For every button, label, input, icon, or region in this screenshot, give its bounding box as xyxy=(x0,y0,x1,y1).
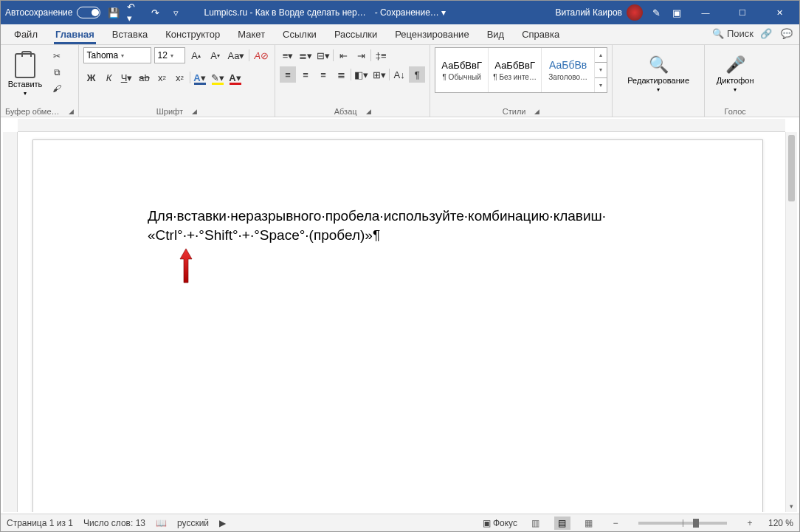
clipboard-group-label: Буфер обме… xyxy=(5,107,60,116)
redo-icon[interactable]: ↷ xyxy=(148,5,162,20)
grow-font-button[interactable]: A▴ xyxy=(188,47,204,63)
para-dialog-icon[interactable]: ◢ xyxy=(366,108,371,115)
user-account[interactable]: Виталий Каиров xyxy=(555,4,643,21)
document-text[interactable]: Для·вставки·неразрывного·пробела·использ… xyxy=(148,207,649,245)
style-normal[interactable]: АаБбВвГ¶ Обычный xyxy=(435,48,489,92)
autosave-label: Автосохранение xyxy=(5,7,72,18)
align-left-button[interactable]: ≡ xyxy=(280,66,296,83)
tab-layout[interactable]: Макет xyxy=(229,26,274,44)
tab-file[interactable]: Файл xyxy=(5,26,46,44)
print-layout-button[interactable]: ▤ xyxy=(554,517,570,530)
zoom-out-button[interactable]: − xyxy=(607,517,624,530)
tab-review[interactable]: Рецензирование xyxy=(386,26,477,44)
undo-icon[interactable]: ↶ ▾ xyxy=(127,5,142,20)
web-layout-button[interactable]: ▦ xyxy=(581,517,597,530)
tab-references[interactable]: Ссылки xyxy=(274,26,325,44)
group-voice: 🎤 Диктофон ▾ Голос xyxy=(705,45,765,117)
scroll-down-icon[interactable]: ▾ xyxy=(786,500,797,512)
paste-label: Вставить xyxy=(8,80,43,89)
tab-view[interactable]: Вид xyxy=(478,26,514,44)
font-name-combo[interactable]: Tahoma▾ xyxy=(83,47,151,63)
focus-mode[interactable]: ▣ Фокус xyxy=(483,518,517,528)
language-indicator[interactable]: русский xyxy=(177,518,209,528)
font-dialog-icon[interactable]: ◢ xyxy=(192,108,197,115)
qat-more-icon[interactable]: ▿ xyxy=(168,5,183,20)
vertical-scrollbar[interactable]: ▴ ▾ xyxy=(785,132,797,512)
text-line-1: Для·вставки·неразрывного·пробела·использ… xyxy=(148,208,606,224)
justify-button[interactable]: ≣ xyxy=(333,66,349,83)
tab-mailings[interactable]: Рассылки xyxy=(325,26,386,44)
multilevel-button[interactable]: ⊟▾ xyxy=(315,47,331,63)
tab-insert[interactable]: Вставка xyxy=(103,26,156,44)
group-paragraph: ≡▾ ≣▾ ⊟▾ ⇤ ⇥ ‡≡ ≡ ≡ ≡ ≣ ◧▾ ⊞▾ A↓ ¶ xyxy=(275,45,430,117)
shading-button[interactable]: ◧▾ xyxy=(353,66,370,83)
styles-dialog-icon[interactable]: ◢ xyxy=(534,108,539,115)
format-painter-button[interactable]: 🖌 xyxy=(49,81,64,96)
save-icon[interactable]: 💾 xyxy=(106,5,121,20)
superscript-button[interactable]: x2 xyxy=(172,69,188,86)
subscript-button[interactable]: x2 xyxy=(154,69,170,86)
tab-help[interactable]: Справка xyxy=(513,26,568,44)
line-spacing-button[interactable]: ‡≡ xyxy=(373,47,389,63)
editing-button[interactable]: 🔍 Редактирование ▾ xyxy=(617,47,700,100)
decrease-indent-button[interactable]: ⇤ xyxy=(335,47,351,63)
share-button[interactable]: 🔗 xyxy=(758,25,774,41)
clipboard-dialog-icon[interactable]: ◢ xyxy=(69,108,74,115)
align-right-button[interactable]: ≡ xyxy=(315,66,331,83)
zoom-in-button[interactable]: + xyxy=(742,517,758,530)
change-case-button[interactable]: Aa▾ xyxy=(227,47,246,63)
zoom-level[interactable]: 120 % xyxy=(768,518,793,528)
show-marks-button[interactable]: ¶ xyxy=(409,66,425,83)
font-color-button[interactable]: A▾ xyxy=(227,69,244,86)
numbering-button[interactable]: ≣▾ xyxy=(297,47,314,63)
borders-button[interactable]: ⊞▾ xyxy=(371,66,387,83)
drawing-tools-icon[interactable]: ✎ xyxy=(649,5,663,20)
shrink-font-button[interactable]: A▾ xyxy=(207,47,224,63)
underline-button[interactable]: Ч▾ xyxy=(119,69,135,86)
increase-indent-button[interactable]: ⇥ xyxy=(353,47,369,63)
sort-button[interactable]: A↓ xyxy=(391,66,407,83)
tab-home[interactable]: Главная xyxy=(46,26,103,44)
macro-icon[interactable]: ▶ xyxy=(219,518,226,528)
clear-formatting-button[interactable]: A⊘ xyxy=(252,47,270,63)
word-count[interactable]: Число слов: 13 xyxy=(83,518,145,528)
bold-button[interactable]: Ж xyxy=(83,69,100,86)
page[interactable]: Для·вставки·неразрывного·пробела·использ… xyxy=(32,139,763,512)
align-center-button[interactable]: ≡ xyxy=(297,66,314,83)
group-styles: АаБбВвГ¶ Обычный АаБбВвГ¶ Без инте… АаБб… xyxy=(430,45,613,117)
styles-scroll[interactable]: ▴▾▾ xyxy=(595,48,607,92)
bullets-button[interactable]: ≡▾ xyxy=(280,47,296,63)
scroll-thumb[interactable] xyxy=(788,135,795,201)
ribbon-tabs: Файл Главная Вставка Конструктор Макет С… xyxy=(1,24,799,45)
autosave-toggle[interactable]: Автосохранение xyxy=(5,7,100,18)
vertical-ruler[interactable] xyxy=(3,132,18,512)
dictate-button[interactable]: 🎤 Диктофон ▾ xyxy=(709,47,761,100)
highlight-button[interactable]: ✎▾ xyxy=(210,69,226,86)
style-heading1[interactable]: АаБбВвЗаголово… xyxy=(542,48,595,92)
zoom-slider[interactable] xyxy=(638,522,727,525)
paste-button[interactable]: Вставить ▾ xyxy=(5,47,45,100)
spell-check-icon[interactable]: 📖 xyxy=(156,518,167,528)
read-mode-button[interactable]: ▥ xyxy=(528,517,544,530)
saving-status[interactable]: - Сохранение… ▾ xyxy=(375,7,446,18)
italic-button[interactable]: К xyxy=(101,69,117,86)
styles-gallery[interactable]: АаБбВвГ¶ Обычный АаБбВвГ¶ Без инте… АаБб… xyxy=(435,47,607,93)
maximize-button[interactable]: ☐ xyxy=(727,1,758,24)
search-label: Поиск xyxy=(727,28,754,39)
strike-button[interactable]: ab xyxy=(137,69,153,86)
cut-button[interactable]: ✂ xyxy=(49,49,64,63)
user-name: Виталий Каиров xyxy=(555,7,622,18)
horizontal-ruler[interactable] xyxy=(18,119,785,132)
para-group-label: Абзац xyxy=(334,107,357,116)
text-effects-button[interactable]: A▾ xyxy=(192,69,208,86)
minimize-button[interactable]: ― xyxy=(690,1,721,24)
copy-button[interactable]: ⧉ xyxy=(49,65,64,80)
style-no-spacing[interactable]: АаБбВвГ¶ Без инте… xyxy=(489,48,542,92)
font-size-combo[interactable]: 12▾ xyxy=(154,47,185,63)
page-indicator[interactable]: Страница 1 из 1 xyxy=(7,518,73,528)
comments-button[interactable]: 💬 xyxy=(779,25,795,41)
tab-design[interactable]: Конструктор xyxy=(156,26,229,44)
close-button[interactable]: ✕ xyxy=(764,1,795,24)
ribbon-display-icon[interactable]: ▣ xyxy=(669,5,684,20)
search-box[interactable]: 🔍Поиск xyxy=(712,28,754,39)
